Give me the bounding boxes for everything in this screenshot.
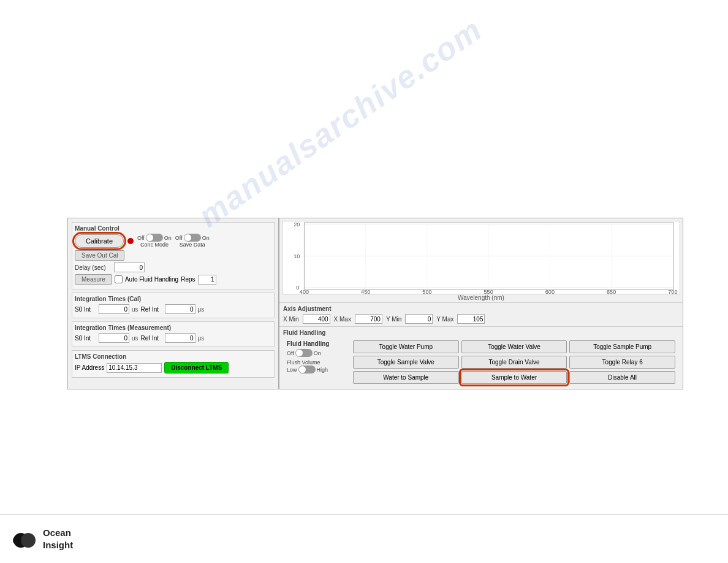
toggle-sample-valve-button[interactable]: Toggle Sample Valve: [353, 356, 459, 369]
toggle-sample-pump-button[interactable]: Toggle Sample Pump: [569, 340, 675, 353]
fluid-buttons-grid: Toggle Water Pump Toggle Water Valve Tog…: [353, 340, 675, 384]
flush-volume-toggle[interactable]: [298, 366, 316, 373]
meas-s0-unit: us: [132, 335, 138, 342]
reps-label: Reps: [181, 276, 195, 283]
conc-off-label: Off: [137, 235, 145, 241]
fluid-on-label: On: [314, 350, 321, 356]
conc-mode-toggle[interactable]: [146, 234, 163, 242]
svg-text:20: 20: [294, 221, 300, 228]
integration-cal-section: Integration Times (Cal) S0 Int us Ref In…: [72, 293, 275, 318]
calibrate-button[interactable]: Calibrate: [75, 234, 124, 248]
integration-meas-section: Integration Times (Measurement) S0 Int u…: [72, 321, 275, 347]
fluid-handling-section: Fluid Handling Fluid Handling Off On Flu…: [279, 326, 683, 389]
red-indicator: [127, 238, 134, 244]
integration-cal-title: Integration Times (Cal): [75, 296, 271, 302]
delay-row: Delay (sec): [75, 262, 271, 272]
x-min-label: X Min: [283, 316, 299, 323]
cal-s0-input[interactable]: [99, 304, 129, 314]
fluid-toggle[interactable]: [295, 349, 313, 357]
cal-ref-input[interactable]: [165, 304, 195, 314]
auto-fluid-label: Auto Fluid Handling: [125, 276, 178, 283]
company-logo: [12, 527, 37, 551]
disable-all-button[interactable]: Disable All: [569, 371, 675, 384]
svg-text:0: 0: [296, 285, 299, 291]
ip-row: IP Address Disconnect LTMS: [75, 362, 271, 373]
toggle-water-valve-button[interactable]: Toggle Water Valve: [461, 340, 567, 353]
toggle-water-pump-button[interactable]: Toggle Water Pump: [353, 340, 459, 353]
sample-to-water-button[interactable]: Sample to Water: [461, 371, 567, 384]
x-max-label: X Max: [334, 316, 351, 323]
ltms-connection-section: LTMS Connection IP Address Disconnect LT…: [72, 350, 275, 378]
save-data-toggle-group: Off On Save Data: [175, 234, 210, 248]
toggle-relay-6-button[interactable]: Toggle Relay 6: [569, 356, 675, 369]
svg-point-20: [21, 533, 36, 548]
save-out-cal-button[interactable]: Save Out Cal: [75, 250, 124, 261]
delay-label: Delay (sec): [75, 264, 112, 271]
svg-text:500: 500: [422, 289, 431, 294]
flush-toggle-row: Low High: [287, 366, 348, 373]
save-on-label: On: [202, 235, 210, 241]
auto-fluid-row: Auto Fluid Handling Reps: [115, 275, 216, 285]
logo-container: Ocean Insight: [12, 527, 73, 551]
main-ui: Manual Control Calibrate Off On Conc Mod…: [67, 218, 683, 389]
measure-row: Measure Auto Fluid Handling Reps: [75, 274, 271, 285]
cal-s0-label: S0 Int: [75, 306, 96, 313]
fluid-off-label: Off: [287, 350, 294, 356]
x-min-input[interactable]: [303, 314, 330, 324]
save-out-cal-row: Save Out Cal: [75, 250, 271, 261]
meas-s0-row: S0 Int us Ref Int μs: [75, 333, 271, 343]
x-axis-label: Wavelength (nm): [279, 294, 683, 301]
manual-control-title: Manual Control: [75, 225, 271, 232]
manual-control-section: Manual Control Calibrate Off On Conc Mod…: [72, 222, 275, 289]
fluid-left-controls: Fluid Handling Off On Flush Volume Low H…: [287, 340, 348, 384]
save-data-caption: Save Data: [180, 242, 205, 248]
watermark: manualsarchive.com: [192, 11, 489, 235]
meas-s0-input[interactable]: [99, 333, 129, 343]
meas-ref-unit: μs: [198, 335, 205, 342]
cal-ref-label: Ref Int: [141, 306, 162, 313]
conc-mode-toggle-group: Off On Conc Mode: [137, 234, 172, 248]
x-max-input[interactable]: [355, 314, 382, 324]
ip-label: IP Address: [75, 364, 104, 371]
y-max-input[interactable]: [457, 314, 485, 324]
fluid-handling-label: Fluid Handling: [287, 340, 348, 347]
axis-adjustment-section: Axis Adjustment X Min X Max Y Min Y Max: [279, 302, 683, 326]
water-to-sample-button[interactable]: Water to Sample: [353, 371, 459, 384]
meas-ref-input[interactable]: [165, 333, 195, 343]
y-min-label: Y Min: [386, 316, 401, 323]
fluid-handling-title: Fluid Handling: [283, 329, 679, 336]
company-name: Ocean Insight: [43, 527, 73, 551]
toggle-drain-valve-button[interactable]: Toggle Drain Valve: [461, 356, 567, 369]
svg-text:700: 700: [668, 289, 677, 294]
auto-fluid-checkbox[interactable]: [115, 275, 123, 283]
y-max-label: Y Max: [436, 316, 453, 323]
reps-input[interactable]: [198, 275, 216, 285]
high-label: High: [317, 367, 328, 373]
save-data-toggle[interactable]: [184, 234, 201, 242]
save-off-label: Off: [175, 235, 183, 241]
measure-button[interactable]: Measure: [75, 274, 112, 285]
save-data-row: Off On: [175, 234, 210, 242]
disconnect-button[interactable]: Disconnect LTMS: [164, 362, 229, 373]
low-label: Low: [287, 367, 297, 373]
left-panel: Manual Control Calibrate Off On Conc Mod…: [67, 218, 279, 389]
integration-meas-title: Integration Times (Measurement): [75, 324, 271, 331]
calibrate-row: Calibrate Off On Conc Mode Off: [75, 234, 271, 248]
footer: Ocean Insight: [0, 514, 728, 563]
y-min-input[interactable]: [405, 314, 433, 324]
svg-text:550: 550: [484, 289, 493, 294]
company-line2: Insight: [43, 539, 73, 551]
conc-on-label: On: [164, 235, 172, 241]
svg-text:10: 10: [294, 253, 300, 259]
ip-input[interactable]: [107, 363, 162, 373]
chart-svg: 20 10 0 400 450 500 550 600 650 700: [282, 221, 680, 294]
flush-volume-row: Flush Volume: [287, 359, 348, 366]
svg-point-21: [13, 536, 21, 545]
cal-s0-unit: us: [132, 306, 138, 313]
axis-adjustment-title: Axis Adjustment: [283, 305, 679, 312]
flush-volume-label: Flush Volume: [287, 359, 320, 366]
delay-input[interactable]: [114, 262, 145, 272]
conc-mode-caption: Conc Mode: [140, 242, 169, 248]
chart-area: 20 10 0 400 450 500 550 600 650 700: [282, 221, 680, 294]
ltms-title: LTMS Connection: [75, 353, 271, 360]
